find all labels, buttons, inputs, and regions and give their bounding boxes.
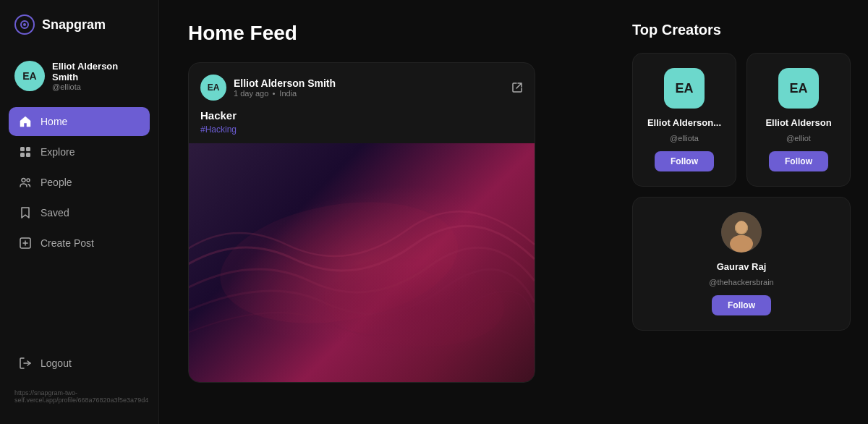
logo-icon [14, 14, 35, 35]
svg-point-11 [320, 252, 508, 353]
svg-rect-3 [26, 147, 30, 151]
create-post-label: Create Post [41, 237, 94, 249]
sidebar-item-saved[interactable]: Saved [9, 198, 150, 227]
post-location: India [279, 89, 297, 98]
sidebar-item-create-post[interactable]: Create Post [9, 229, 150, 258]
post-time: 1 day ago [234, 89, 268, 98]
svg-rect-5 [26, 153, 30, 157]
svg-rect-2 [20, 147, 25, 151]
post-avatar: EA [200, 75, 226, 101]
post-header: EA Elliot Alderson Smith 1 day ago India [189, 63, 535, 109]
explore-label: Explore [41, 146, 75, 158]
svg-point-7 [27, 179, 30, 182]
post-card: EA Elliot Alderson Smith 1 day ago India [188, 62, 535, 383]
post-title: Hacker [200, 109, 523, 122]
logout-label: Logout [41, 357, 72, 369]
main-content: Home Feed EA Elliot Alderson Smith 1 day… [159, 0, 615, 424]
saved-label: Saved [41, 207, 69, 219]
explore-icon [19, 145, 32, 158]
post-username: Elliot Alderson Smith [234, 77, 336, 89]
logo[interactable]: Snapgram [0, 14, 158, 52]
creator-card-ea2: EA Elliot Alderson @elliot Follow [746, 53, 851, 187]
home-label: Home [41, 116, 67, 127]
svg-rect-4 [20, 153, 25, 157]
creator-handle-ea1: @elliota [670, 134, 699, 143]
sidebar-item-explore[interactable]: Explore [9, 137, 150, 166]
nav-bottom: Logout [0, 349, 158, 383]
logout-icon [19, 357, 32, 370]
follow-button-ea2[interactable]: Follow [769, 151, 828, 171]
creator-name-ea2: Elliot Alderson [765, 117, 831, 128]
user-handle: @elliota [52, 82, 144, 91]
post-user-info: Elliot Alderson Smith 1 day ago India [234, 77, 336, 98]
follow-button-ea1[interactable]: Follow [655, 151, 714, 171]
url-bar: https://snapgram-two-self.vercel.app/pro… [0, 383, 158, 410]
creators-grid: EA Elliot Alderson... @elliota Follow EA… [632, 53, 851, 331]
creator-avatar-ea2: EA [778, 68, 819, 109]
creator-card-ea1: EA Elliot Alderson... @elliota Follow [632, 53, 736, 187]
svg-point-16 [736, 221, 747, 234]
people-label: People [41, 177, 72, 188]
svg-point-6 [22, 179, 25, 182]
user-profile[interactable]: EA Elliot Alderson Smith @elliota [0, 52, 158, 100]
sidebar-item-logout[interactable]: Logout [9, 349, 150, 378]
page-title: Home Feed [188, 22, 586, 45]
svg-point-10 [210, 185, 468, 339]
creator-card-gaurav: Gaurav Raj @thehackersbrain Follow [632, 197, 851, 331]
creator-handle-ea2: @elliot [786, 134, 811, 143]
saved-icon [19, 206, 32, 219]
creator-name-gaurav: Gaurav Raj [717, 261, 767, 272]
avatar: EA [14, 61, 45, 91]
right-panel: Top Creators EA Elliot Alderson... @elli… [615, 0, 868, 424]
user-name: Elliot Alderson Smith [52, 61, 144, 82]
nav-menu: Home Explore [0, 107, 158, 349]
follow-button-gaurav[interactable]: Follow [712, 295, 771, 315]
svg-point-17 [730, 235, 753, 253]
creator-avatar-ea1: EA [664, 68, 705, 109]
sidebar-item-home[interactable]: Home [9, 107, 150, 136]
people-icon [19, 176, 32, 189]
create-post-icon [19, 237, 32, 250]
creator-handle-gaurav: @thehackersbrain [709, 278, 773, 287]
post-meta-dot [273, 93, 275, 95]
creator-name-ea1: Elliot Alderson... [647, 117, 721, 128]
creator-avatar-gaurav [721, 212, 762, 253]
sidebar: Snapgram EA Elliot Alderson Smith @ellio… [0, 0, 159, 424]
post-image [189, 143, 535, 382]
post-user: EA Elliot Alderson Smith 1 day ago India [200, 75, 336, 101]
share-icon[interactable] [511, 82, 523, 93]
post-tag: #Hacking [200, 124, 523, 135]
top-creators-title: Top Creators [632, 22, 851, 38]
user-info: Elliot Alderson Smith @elliota [52, 61, 144, 91]
post-content: Hacker #Hacking [189, 109, 535, 143]
home-icon [19, 115, 32, 128]
sidebar-item-people[interactable]: People [9, 168, 150, 197]
app-name: Snapgram [42, 17, 106, 33]
svg-point-1 [23, 23, 26, 26]
post-meta: 1 day ago India [234, 89, 336, 98]
